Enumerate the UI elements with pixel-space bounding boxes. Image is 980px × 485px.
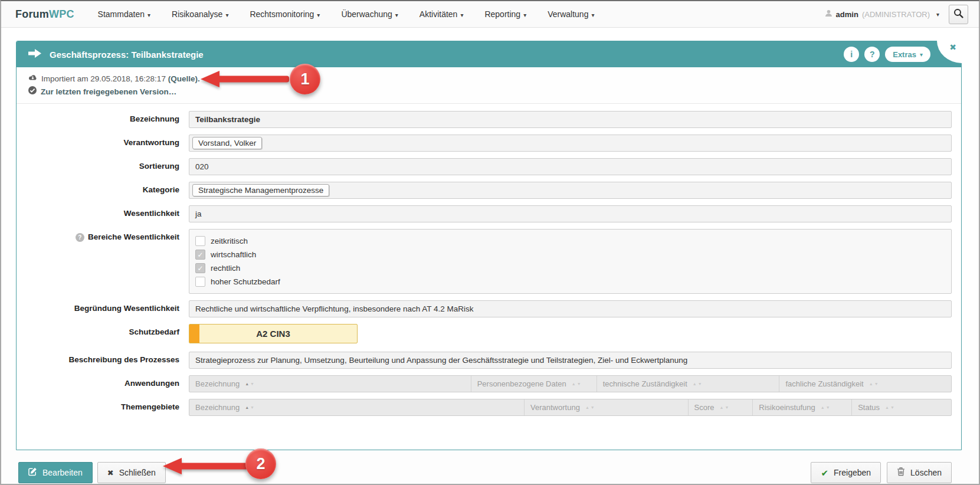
column-header-verantwortung[interactable]: Verantwortung bbox=[525, 399, 689, 415]
menu-rechtsmonitoring[interactable]: Rechtsmonitoring▾ bbox=[250, 9, 320, 19]
schutzbedarf-badge: A2 CIN3 bbox=[189, 324, 358, 343]
field-label: Bereiche Wesentlichkeit bbox=[88, 232, 179, 242]
bereiche-checkbox-group: zeitkritisch wirtschaftlich rechtlich bbox=[189, 229, 952, 294]
extras-button[interactable]: Extras▾ bbox=[885, 47, 930, 62]
schutzbedarf-value: A2 CIN3 bbox=[256, 329, 290, 339]
sort-icon bbox=[885, 405, 896, 409]
form-row-bezeichnung: Bezeichnung Teilbankstrategie bbox=[28, 111, 952, 128]
checkbox-icon[interactable] bbox=[195, 236, 205, 246]
import-timestamp: Importiert am 29.05.2018, 16:28:17 bbox=[41, 74, 166, 83]
checkbox-option-rechtlich[interactable]: rechtlich bbox=[195, 261, 945, 275]
menu-risikoanalyse[interactable]: Risikoanalyse▾ bbox=[172, 9, 228, 19]
help-button[interactable]: ? bbox=[864, 47, 880, 62]
checkbox-option-hoher-schutzbedarf[interactable]: hoher Schutzbedarf bbox=[195, 275, 945, 289]
themengebiete-table-header: Bezeichnung Verantwortung Score Risikoei… bbox=[189, 399, 952, 416]
column-header-bezeichnung[interactable]: Bezeichnung bbox=[189, 399, 525, 415]
chevron-down-icon: ▾ bbox=[317, 12, 320, 18]
checkbox-option-zeitkritisch[interactable]: zeitkritisch bbox=[195, 234, 945, 248]
beschreibung-field[interactable]: Strategieprozess zur Planung, Umsetzung,… bbox=[189, 352, 952, 369]
menu-verwaltung[interactable]: Verwaltung▾ bbox=[548, 9, 594, 19]
close-icon: ✖ bbox=[949, 43, 956, 51]
version-line: Zur letzten freigegebenen Version… bbox=[28, 86, 949, 99]
column-header-fachliche-zustaendigkeit[interactable]: fachliche Zuständigkeit bbox=[779, 376, 950, 392]
arrow-right-icon bbox=[28, 49, 41, 60]
chevron-down-icon: ▾ bbox=[395, 12, 398, 18]
column-header-risikoeinstufung[interactable]: Risikoeinstufung bbox=[753, 399, 852, 415]
app-logo[interactable]: ForumWPC bbox=[15, 8, 74, 21]
freigeben-button[interactable]: ✔ Freigeben bbox=[811, 462, 881, 483]
wesentlichkeit-field[interactable]: ja bbox=[189, 205, 952, 222]
schliessen-button[interactable]: ✖ Schließen bbox=[97, 462, 166, 483]
form-row-begruendung: Begründung Wesentlichkeit Rechtliche und… bbox=[28, 300, 952, 317]
column-header-technische-zustaendigkeit[interactable]: technische Zuständigkeit bbox=[597, 376, 780, 392]
user-menu[interactable]: admin (ADMINISTRATOR) ▾ bbox=[825, 9, 939, 19]
column-header-status[interactable]: Status bbox=[852, 399, 951, 415]
field-label: Verantwortung bbox=[123, 138, 179, 148]
field-label: Schutzbedarf bbox=[129, 327, 179, 337]
form-row-schutzbedarf: Schutzbedarf A2 CIN3 bbox=[28, 324, 952, 343]
import-info: Importiert am 29.05.2018, 16:28:17 (Quel… bbox=[17, 67, 961, 104]
checkbox-icon[interactable] bbox=[195, 250, 205, 260]
menu-aktivitaeten[interactable]: Aktivitäten▾ bbox=[419, 9, 464, 19]
sort-icon bbox=[720, 405, 730, 409]
user-role: (ADMINISTRATOR) bbox=[862, 10, 930, 19]
form-row-sortierung: Sortierung 020 bbox=[28, 158, 952, 175]
edit-icon bbox=[28, 467, 37, 478]
field-label: Bezeichnung bbox=[130, 114, 179, 124]
kategorie-chip[interactable]: Strategische Managementprozesse bbox=[192, 184, 329, 196]
kategorie-field: Strategische Managementprozesse bbox=[189, 182, 952, 199]
anwendungen-table-header: Bezeichnung Personenbezogene Daten techn… bbox=[189, 375, 952, 392]
form-row-beschreibung: Beschreibung des Prozesses Strategieproz… bbox=[28, 352, 952, 369]
info-button[interactable]: i bbox=[844, 47, 859, 62]
search-button[interactable] bbox=[949, 5, 968, 24]
form-row-kategorie: Kategorie Strategische Managementprozess… bbox=[28, 182, 952, 199]
sortierung-field[interactable]: 020 bbox=[189, 158, 952, 175]
panel-header: Geschäftsprozess: Teilbankstrategie i ? … bbox=[17, 41, 961, 67]
bearbeiten-button[interactable]: Bearbeiten bbox=[18, 462, 93, 483]
source-link[interactable]: (Quelle bbox=[168, 74, 195, 83]
column-header-bezeichnung[interactable]: Bezeichnung bbox=[189, 376, 471, 392]
sort-icon bbox=[572, 382, 582, 386]
column-header-personenbezogene-daten[interactable]: Personenbezogene Daten bbox=[471, 376, 597, 392]
column-header-score[interactable]: Score bbox=[689, 399, 753, 415]
checkbox-option-wirtschaftlich[interactable]: wirtschaftlich bbox=[195, 248, 945, 261]
brand-accent: WPC bbox=[49, 8, 74, 20]
field-label: Kategorie bbox=[143, 185, 179, 195]
chevron-down-icon: ▾ bbox=[460, 12, 463, 18]
check-circle-icon bbox=[28, 86, 37, 99]
person-icon bbox=[825, 9, 832, 19]
begruendung-field[interactable]: Rechtliche und wirtschaftliche Verpflich… bbox=[189, 300, 952, 317]
form-row-verantwortung: Verantwortung Vorstand, Volker bbox=[28, 135, 952, 152]
sort-icon bbox=[693, 382, 703, 386]
menu-reporting[interactable]: Reporting▾ bbox=[484, 9, 526, 19]
form-row-anwendungen: Anwendungen Bezeichnung Personenbezogene… bbox=[28, 375, 952, 392]
chevron-down-icon: ▾ bbox=[523, 12, 526, 18]
sort-icon bbox=[585, 405, 596, 409]
action-bar: Bearbeiten ✖ Schließen ✔ Freigeben Lösch… bbox=[1, 450, 979, 485]
bezeichnung-field[interactable]: Teilbankstrategie bbox=[189, 111, 952, 128]
loeschen-button[interactable]: Löschen bbox=[887, 462, 952, 483]
last-released-version-link[interactable]: Zur letzten freigegebenen Version… bbox=[41, 86, 176, 99]
top-navbar: ForumWPC Stammdaten▾ Risikoanalyse▾ Rech… bbox=[1, 1, 979, 28]
checkbox-icon[interactable] bbox=[195, 263, 205, 273]
menu-stammdaten[interactable]: Stammdaten▾ bbox=[98, 9, 150, 19]
main-menu: Stammdaten▾ Risikoanalyse▾ Rechtsmonitor… bbox=[98, 9, 595, 19]
chevron-down-icon: ▾ bbox=[936, 11, 939, 18]
app-window: ForumWPC Stammdaten▾ Risikoanalyse▾ Rech… bbox=[0, 0, 980, 485]
panel-close-button[interactable]: ✖ bbox=[937, 41, 962, 63]
chevron-down-icon: ▾ bbox=[591, 12, 594, 18]
menu-ueberwachung[interactable]: Überwachung▾ bbox=[341, 9, 398, 19]
field-label: Wesentlichkeit bbox=[124, 209, 179, 218]
sort-icon bbox=[245, 405, 255, 409]
checkbox-icon[interactable] bbox=[195, 277, 205, 287]
verantwortung-chip[interactable]: Vorstand, Volker bbox=[192, 137, 262, 149]
field-label: Sortierung bbox=[139, 162, 179, 171]
close-icon: ✖ bbox=[107, 469, 114, 477]
form-row-themengebiete: Themengebiete Bezeichnung Verantwortung … bbox=[28, 399, 952, 416]
import-suffix: ). bbox=[195, 74, 199, 83]
help-icon[interactable]: ? bbox=[76, 233, 84, 242]
verantwortung-field: Vorstand, Volker bbox=[189, 135, 952, 152]
page-title: Geschäftsprozess: Teilbankstrategie bbox=[50, 50, 204, 60]
field-label: Themengebiete bbox=[121, 402, 179, 412]
sort-icon bbox=[245, 382, 255, 386]
